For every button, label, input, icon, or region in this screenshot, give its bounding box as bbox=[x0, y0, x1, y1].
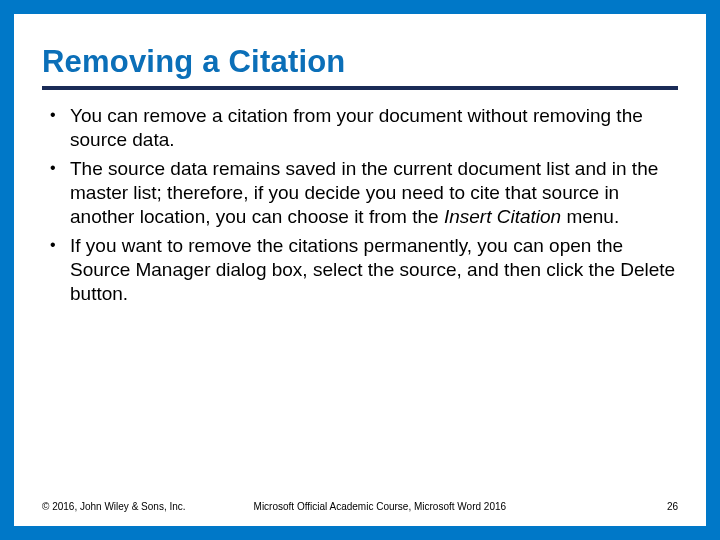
slide-footer: © 2016, John Wiley & Sons, Inc. Microsof… bbox=[42, 501, 678, 512]
bullet-item: The source data remains saved in the cur… bbox=[42, 157, 678, 230]
footer-course: Microsoft Official Academic Course, Micr… bbox=[214, 501, 667, 512]
footer-page: 26 bbox=[667, 501, 678, 512]
bullet-text-italic: Insert Citation bbox=[444, 206, 561, 227]
bullet-list: You can remove a citation from your docu… bbox=[42, 104, 678, 307]
bullet-text: You can remove a citation from your docu… bbox=[70, 105, 643, 150]
bullet-item: If you want to remove the citations perm… bbox=[42, 234, 678, 307]
slide-title: Removing a Citation bbox=[42, 44, 678, 90]
slide-content: You can remove a citation from your docu… bbox=[42, 104, 678, 307]
slide: Removing a Citation You can remove a cit… bbox=[0, 0, 720, 540]
bullet-text-suffix: menu. bbox=[561, 206, 619, 227]
footer-copyright: © 2016, John Wiley & Sons, Inc. bbox=[42, 501, 214, 512]
bullet-item: You can remove a citation from your docu… bbox=[42, 104, 678, 153]
bullet-text: If you want to remove the citations perm… bbox=[70, 235, 675, 305]
